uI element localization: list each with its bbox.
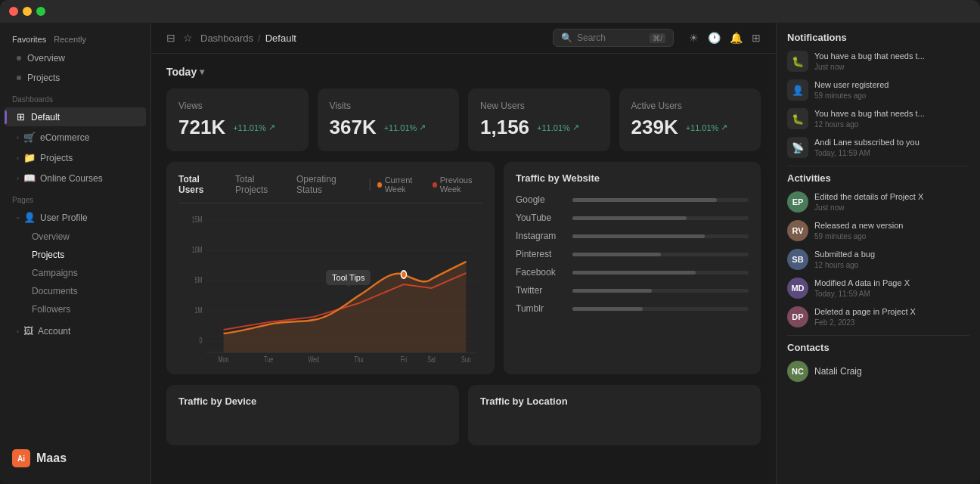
search-input[interactable] xyxy=(577,33,645,43)
sidebar-item-default[interactable]: ⊞ Default xyxy=(5,107,146,126)
sidebar-sub-documents[interactable]: Documents xyxy=(5,283,146,299)
chevron-icon: › xyxy=(17,175,19,182)
instagram-bar-container xyxy=(572,234,749,238)
website-row-pinterest: Pinterest xyxy=(516,249,749,259)
search-icon: 🔍 xyxy=(561,33,572,43)
star-icon[interactable]: ☆ xyxy=(183,32,193,44)
website-traffic-title: Traffic by Website xyxy=(516,172,749,184)
topbar-actions: ☀ 🕐 🔔 ⊞ xyxy=(689,32,761,44)
sidebar-item-ecommerce[interactable]: › 🛒 eCommerce xyxy=(5,128,146,147)
sidebar-item-online-courses[interactable]: › 📖 Online Courses xyxy=(5,169,146,188)
layout-icon[interactable]: ⊞ xyxy=(752,32,761,44)
search-bar[interactable]: 🔍 ⌘/ xyxy=(553,29,674,47)
activity-text-1: Released a new version xyxy=(814,220,903,231)
separator-2 xyxy=(787,335,969,336)
minimize-button[interactable] xyxy=(23,7,32,16)
activity-item-2: SB Submitted a bug 12 hours ago xyxy=(787,249,969,270)
activity-text-0: Edited the details of Project X xyxy=(814,191,923,202)
activity-time-3: Today, 11:59 AM xyxy=(814,290,910,298)
recently-tab[interactable]: Recently xyxy=(54,35,86,44)
stats-grid: Views 721K +11.01% ↗ Visits 367K + xyxy=(166,88,761,151)
sidebar-item-user-profile[interactable]: › 👤 User Profile xyxy=(5,208,146,227)
notif-text-1: New user registered xyxy=(814,79,889,90)
twitter-bar-container xyxy=(572,289,749,293)
website-row-twitter: Twitter xyxy=(516,285,749,296)
sidebar-item-projects-fav[interactable]: Projects xyxy=(5,69,146,87)
total-users-chart-card: Total Users Total Projects Operating Sta… xyxy=(166,162,495,374)
line-chart-svg: 15M 10M 5M 1M 0 Mon Tue Wed Thu Fri Sat xyxy=(178,213,482,364)
svg-text:0: 0 xyxy=(200,337,203,345)
window-chrome xyxy=(0,0,980,23)
website-row-instagram: Instagram xyxy=(516,231,749,241)
tumblr-bar xyxy=(572,307,643,311)
ecommerce-icon: 🛒 xyxy=(23,132,36,143)
website-traffic-card: Traffic by Website Google YouTube xyxy=(504,162,761,374)
svg-text:Fri: Fri xyxy=(401,355,407,364)
sidebar-toggle-icon[interactable]: ⊟ xyxy=(166,32,175,44)
svg-text:10M: 10M xyxy=(192,246,203,254)
history-icon[interactable]: 🕐 xyxy=(708,32,721,44)
bell-icon[interactable]: 🔔 xyxy=(730,32,743,44)
period-label: Today xyxy=(166,66,197,78)
active-users-change: +11.01% ↗ xyxy=(686,123,728,132)
breadcrumb-parent[interactable]: Dashboards xyxy=(200,33,253,44)
tab-total-projects[interactable]: Total Projects xyxy=(235,172,286,197)
subscribe-icon-3: 📡 xyxy=(787,137,808,158)
courses-icon: 📖 xyxy=(23,172,36,184)
activity-text-2: Submitted a bug xyxy=(814,249,875,259)
period-selector[interactable]: Today ▾ xyxy=(166,66,761,78)
sidebar-sub-overview[interactable]: Overview xyxy=(5,228,146,245)
svg-text:1M: 1M xyxy=(195,306,203,315)
sidebar-sub-followers[interactable]: Followers xyxy=(5,301,146,318)
activity-item-4: DP Deleted a page in Project X Feb 2, 20… xyxy=(787,306,969,327)
sidebar-sub-projects[interactable]: Projects xyxy=(5,247,146,263)
notif-time-3: Today, 11:59 AM xyxy=(814,149,920,157)
activity-item-1: RV Released a new version 59 minutes ago xyxy=(787,220,969,241)
svg-text:5M: 5M xyxy=(195,276,203,284)
website-row-tumblr: Tumblr xyxy=(516,303,749,314)
twitter-bar xyxy=(572,289,652,293)
views-label: Views xyxy=(178,101,296,111)
activity-time-1: 59 minutes ago xyxy=(814,232,903,240)
notif-text-0: You have a bug that needs t... xyxy=(814,51,925,61)
projects-icon: 📁 xyxy=(23,152,36,163)
contact-item-0: NC Natali Craig xyxy=(787,361,969,382)
chart-legend: Current Week Previous Week xyxy=(377,175,482,194)
new-users-label: New Users xyxy=(480,101,598,111)
chevron-icon: › xyxy=(17,327,19,335)
pinterest-bar xyxy=(572,253,661,256)
sidebar-item-overview[interactable]: Overview xyxy=(5,49,146,67)
svg-text:Sat: Sat xyxy=(427,355,436,364)
right-panel: Notifications 🐛 You have a bug that need… xyxy=(776,23,980,484)
website-row-facebook: Facebook xyxy=(516,267,749,278)
close-button[interactable] xyxy=(9,7,18,16)
theme-icon[interactable]: ☀ xyxy=(689,32,699,44)
youtube-bar-container xyxy=(572,216,749,220)
website-name-tumblr: Tumblr xyxy=(516,303,565,314)
visits-value: 367K xyxy=(330,116,377,139)
new-users-change: +11.01% ↗ xyxy=(537,123,579,132)
activity-time-4: Feb 2, 2023 xyxy=(814,318,916,327)
sidebar-item-account[interactable]: › 🖼 Account xyxy=(5,321,146,340)
tab-total-users[interactable]: Total Users xyxy=(178,172,225,197)
svg-text:Thu: Thu xyxy=(354,355,363,364)
sidebar: Favorites Recently Overview Projects Das… xyxy=(0,23,151,484)
favorites-tab[interactable]: Favorites xyxy=(12,35,46,44)
facebook-bar-container xyxy=(572,271,749,275)
dashboards-label: Dashboards xyxy=(0,88,150,107)
notifications-title: Notifications xyxy=(787,32,969,43)
website-row-google: Google xyxy=(516,194,749,205)
maximize-button[interactable] xyxy=(36,7,45,16)
sidebar-item-projects[interactable]: › 📁 Projects xyxy=(5,148,146,167)
visits-label: Visits xyxy=(330,101,448,111)
svg-text:Wed: Wed xyxy=(308,355,319,364)
sidebar-sub-campaigns[interactable]: Campaigns xyxy=(5,265,146,281)
tab-operating-status[interactable]: Operating Status xyxy=(296,172,358,197)
topbar: ⊟ ☆ Dashboards / Default 🔍 ⌘/ ☀ 🕐 🔔 ⊞ xyxy=(151,23,776,54)
notif-text-2: You have a bug that needs t... xyxy=(814,108,925,119)
up-arrow-icon: ↗ xyxy=(419,123,426,132)
avatar-2: SB xyxy=(787,249,808,270)
website-name-instagram: Instagram xyxy=(516,231,565,241)
separator-1 xyxy=(787,166,969,166)
legend-previous-week: Previous Week xyxy=(433,175,482,194)
